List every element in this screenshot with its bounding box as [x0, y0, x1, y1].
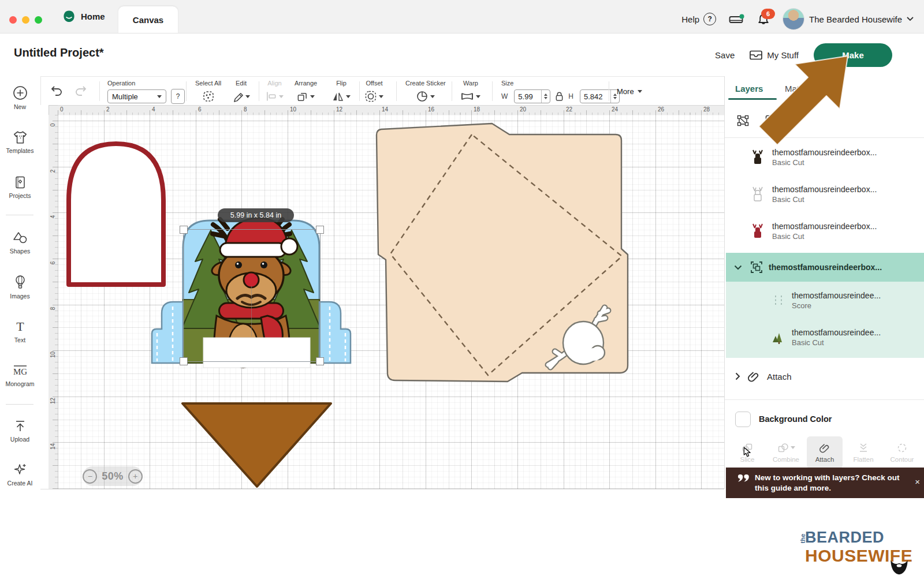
background-color-row[interactable]: Background Color	[725, 406, 924, 432]
layer-operation: Basic Cut	[772, 232, 877, 241]
traffic-light-close[interactable]	[9, 16, 17, 24]
layer-row-child[interactable]: themostfamousreindee... Score	[726, 282, 924, 319]
my-stuff-button[interactable]: My Stuff	[750, 50, 799, 60]
background-color-swatch[interactable]	[735, 412, 751, 427]
sidebar-item-new[interactable]: New	[0, 85, 40, 110]
sidebar-item-create-ai[interactable]: Create AI	[0, 462, 40, 487]
toolbar-divider	[452, 81, 452, 101]
chevron-down-icon	[907, 17, 914, 21]
account-menu[interactable]: The Bearded Housewife	[783, 8, 914, 30]
layer-row[interactable]: themostfamousreindeerbox... Basic Cut	[725, 139, 924, 175]
layer-row-child[interactable]: themostfamousreindee... Basic Cut	[726, 319, 924, 356]
offset-menu-button[interactable]: Offset	[365, 80, 383, 102]
ruler-tick-label: 2	[50, 167, 56, 176]
account-name: The Bearded Housewife	[809, 14, 902, 24]
selection-handle-nw[interactable]	[180, 226, 188, 234]
operation-select[interactable]: Multiple	[107, 89, 166, 103]
sparkle-ai-icon	[13, 462, 28, 477]
toast-line1: New to working with layers? Check out	[755, 473, 900, 482]
operation-help-button[interactable]: ?	[171, 89, 185, 104]
notifications-button[interactable]: 6	[757, 13, 770, 26]
trees-thumbnail	[771, 330, 786, 345]
sidebar-item-shapes[interactable]: Shapes	[0, 231, 40, 255]
sidebar-label: Projects	[9, 192, 31, 199]
create-sticker-button[interactable]: Create Sticker	[405, 80, 446, 102]
zoom-level: 50%	[102, 470, 124, 483]
paperclip-icon	[747, 371, 760, 382]
canvas-area[interactable]: 0 2 4 6 8 10 12 14 16 18 20 22 24 26 28 …	[40, 105, 724, 489]
arrange-icon	[297, 91, 308, 102]
tab-materials[interactable]: Materials	[785, 84, 820, 94]
flatten-button: Flatten	[845, 436, 881, 469]
canvas-grid[interactable]: 5.99 in x 5.84 in − 50% +	[58, 115, 724, 489]
sidebar-item-text[interactable]: T Text	[0, 320, 40, 343]
tab-layers[interactable]: Layers	[735, 84, 763, 94]
canvas-tab[interactable]: Canvas	[118, 6, 178, 33]
help-label: Help	[681, 14, 699, 24]
layer-row[interactable]: themostfamousreindeerbox... Basic Cut	[725, 212, 924, 249]
redo-button[interactable]	[74, 85, 88, 96]
select-all-icon	[203, 91, 214, 102]
caret-down-icon	[379, 95, 383, 98]
size-group: Size W 5.99 H 5.842	[501, 80, 620, 102]
operation-group: Operation Multiple ?	[107, 80, 185, 102]
sidebar-item-images[interactable]: Images	[0, 275, 40, 300]
lock-icon[interactable]	[555, 91, 564, 102]
selection-handle-ne[interactable]	[316, 226, 324, 234]
layer-operation: Basic Cut	[772, 195, 877, 204]
toolbar-divider	[492, 81, 493, 101]
attach-group-row[interactable]: Attach	[725, 364, 924, 389]
sidebar-divider	[6, 404, 33, 405]
sidebar-label: Upload	[10, 436, 29, 443]
selection-handle-sw[interactable]	[180, 357, 188, 365]
caret-down-icon	[430, 95, 435, 98]
align-label: Align	[267, 80, 281, 87]
more-menu-button[interactable]: More	[617, 85, 642, 97]
layer-group-row-selected[interactable]: themostfamousreindeerbox...	[726, 253, 924, 282]
duplicate-button[interactable]	[765, 114, 778, 127]
sidebar-item-monogram[interactable]: MG Monogram	[0, 364, 40, 387]
triangle-shape[interactable]	[178, 400, 337, 489]
sidebar-item-upload[interactable]: Upload	[0, 419, 40, 443]
traffic-light-zoom[interactable]	[35, 16, 42, 24]
width-stepper[interactable]	[541, 90, 550, 103]
ruler-tick-label: 10	[50, 350, 56, 360]
align-menu-button: Align	[266, 80, 284, 102]
avatar	[783, 8, 804, 30]
arrange-menu-button[interactable]: Arrange	[295, 80, 317, 102]
undo-button[interactable]	[50, 85, 64, 96]
zoom-out-button[interactable]: −	[83, 469, 97, 484]
active-tab-indicator	[728, 98, 777, 100]
sidebar-item-templates[interactable]: Templates	[0, 130, 40, 154]
make-button[interactable]: Make	[814, 43, 892, 67]
layer-row[interactable]: themostfamousreindeerbox... Basic Cut	[725, 175, 924, 212]
sidebar-item-projects[interactable]: Projects	[0, 175, 40, 199]
height-input[interactable]: 5.842	[580, 89, 620, 103]
help-button[interactable]: Help ?	[681, 13, 716, 25]
combine-label: Combine	[773, 456, 799, 463]
envelope-template[interactable]	[364, 117, 635, 388]
selection-handle-se[interactable]	[316, 357, 324, 365]
group-button[interactable]	[736, 114, 750, 127]
offset-icon	[365, 91, 377, 102]
save-button[interactable]: Save	[715, 50, 735, 60]
edit-menu-button[interactable]: Edit	[232, 80, 250, 102]
select-all-label: Select All	[195, 80, 221, 87]
zoom-in-button[interactable]: +	[128, 469, 143, 484]
toast-close-button[interactable]: ×	[915, 477, 920, 487]
layers-panel: Layers Materials	[724, 76, 924, 489]
ruler-tick-label: 24	[612, 106, 618, 113]
flip-menu-button[interactable]: Flip	[332, 80, 351, 102]
width-input[interactable]: 5.99	[514, 89, 550, 103]
selection-bounding-box[interactable]	[183, 229, 321, 362]
warp-menu-button[interactable]: Warp	[461, 80, 480, 102]
chevron-right-icon[interactable]	[735, 372, 740, 380]
select-all-button[interactable]: Select All	[195, 80, 221, 102]
combine-button: Combine	[768, 436, 804, 469]
chevron-down-icon[interactable]	[734, 265, 742, 270]
layers-guide-toast: New to working with layers? Check out th…	[726, 468, 924, 498]
traffic-light-minimize[interactable]	[22, 16, 29, 24]
machine-status-icon[interactable]	[729, 14, 744, 25]
attach-button[interactable]: Attach	[807, 436, 843, 469]
home-tab[interactable]: Home	[62, 10, 105, 23]
